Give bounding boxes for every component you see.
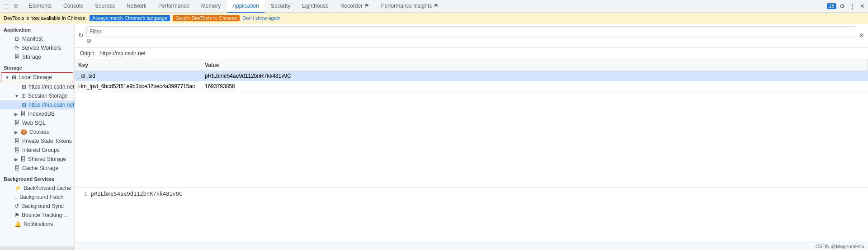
cookies-label: Cookies <box>29 129 49 135</box>
sidebar-item-interest-groups[interactable]: 🗄 Interest Groups <box>0 146 74 155</box>
sidebar-item-session-storage[interactable]: ▼ ⊞ Session Storage <box>0 91 74 100</box>
section-application-title: Application <box>0 24 74 34</box>
sidebar-item-ss-url[interactable]: ⊞ https://mp.csdn.net <box>0 100 74 109</box>
sidebar-item-storage[interactable]: 🗄 Storage <box>0 52 74 61</box>
sidebar-item-manifest[interactable]: 🗋 Manifest <box>0 34 74 43</box>
cookies-arrow: ▶ <box>14 130 18 135</box>
shared-storage-arrow: ▶ <box>14 157 18 162</box>
cancel-filter-icon[interactable]: ✕ <box>859 32 864 39</box>
section-storage-title: Storage <box>0 61 74 72</box>
sidebar-item-backforward[interactable]: ⚡ Back/forward cache <box>0 184 74 193</box>
cache-storage-label: Cache Storage <box>22 165 58 171</box>
table-row[interactable]: _bl_sid pRILbme54ae9d112bnR7kk481v9C <box>75 71 868 81</box>
websql-icon: 🗄 <box>14 120 20 126</box>
cookies-icon: 🍪 <box>20 129 27 135</box>
session-storage-arrow: ▼ <box>14 94 19 99</box>
content-panel: ↻ ⊘ ✕ Origin https://mp.csdn.net Key Val… <box>75 24 868 250</box>
notifications-label: Notifications <box>24 221 53 227</box>
indexeddb-icon: 🗄 <box>20 111 26 117</box>
shared-storage-icon: 🗄 <box>20 156 26 162</box>
status-bar: CSDN @MagnumHou <box>75 242 868 250</box>
notification-bar: DevTools is now available in Chinese. Al… <box>0 13 868 24</box>
sidebar-item-shared-storage[interactable]: ▶ 🗄 Shared Storage <box>0 155 74 164</box>
service-workers-icon: ⟳ <box>14 45 19 51</box>
websql-label: Web SQL <box>22 120 46 126</box>
preview-value: pRILbme54ae9d112bnR7kk481v9C <box>91 191 182 197</box>
sidebar-item-indexeddb[interactable]: ▶ 🗄 IndexedDB <box>0 109 74 118</box>
sidebar-scrollbar[interactable] <box>0 246 74 250</box>
table-row[interactable]: Hm_lpvt_6bcd52f51e9b3dce32bec4a3997715ac… <box>75 81 868 92</box>
line-number: 1 <box>78 191 87 197</box>
ls-url-icon: ⊞ <box>22 84 26 90</box>
filter-input[interactable] <box>86 26 856 37</box>
sidebar-item-cache-storage[interactable]: 🗄 Cache Storage <box>0 164 74 173</box>
tab-lighthouse[interactable]: Lighthouse <box>297 0 334 13</box>
col-header-key: Key <box>75 60 201 71</box>
notifications-icon: 🔔 <box>14 221 21 227</box>
tab-performance-insights[interactable]: Performance insights ⚑ <box>376 0 444 13</box>
tab-console[interactable]: Console <box>58 0 89 13</box>
inspect-icon[interactable]: ⬚ <box>2 2 10 10</box>
tab-sources[interactable]: Sources <box>90 0 120 13</box>
table-header: Key Value <box>75 60 868 71</box>
sidebar-item-private-state-tokens[interactable]: 🗄 Private State Tokens <box>0 137 74 146</box>
preview-panel: 1 pRILbme54ae9d112bnR7kk481v9C <box>75 188 868 242</box>
sidebar-item-ls-url[interactable]: ⊞ https://mp.csdn.net <box>0 82 74 91</box>
cache-storage-icon: 🗄 <box>14 165 20 171</box>
sidebar-item-websql[interactable]: 🗄 Web SQL <box>0 118 74 127</box>
sidebar-item-service-workers[interactable]: ⟳ Service Workers <box>0 43 74 52</box>
notif-dont-show[interactable]: Don't show again <box>242 15 280 21</box>
sidebar-item-notifications[interactable]: 🔔 Notifications <box>0 220 74 229</box>
private-state-tokens-icon: 🗄 <box>14 138 20 144</box>
tab-elements[interactable]: Elements <box>24 0 57 13</box>
bg-sync-icon: ↺ <box>14 203 19 209</box>
backforward-label: Back/forward cache <box>24 185 71 191</box>
local-storage-arrow: ▼ <box>5 75 9 80</box>
interest-groups-icon: 🗄 <box>14 147 20 153</box>
notif-text: DevTools is now available in Chinese. <box>4 15 87 21</box>
ss-url-label: https://mp.csdn.net <box>28 102 74 108</box>
cell-key-1: Hm_lpvt_6bcd52f51e9b3dce32bec4a3997715ac <box>75 81 201 91</box>
settings-icon[interactable]: ⚙ <box>838 2 846 10</box>
storage-icon: 🗄 <box>14 54 20 60</box>
top-bar-right: 28 ⚙ ⋮ ✕ <box>827 2 866 10</box>
session-storage-label: Session Storage <box>28 93 68 99</box>
bg-fetch-label: Background Fetch <box>19 194 63 200</box>
indexeddb-arrow: ▶ <box>14 112 18 117</box>
notif-btn-language[interactable]: Always match Chrome's language <box>90 15 170 21</box>
sidebar-item-bounce-tracking[interactable]: ⚑ Bounce Tracking Mitigatio... <box>0 211 74 220</box>
sidebar-item-local-storage[interactable]: ▼ ⊞ Local Storage <box>1 72 73 82</box>
notif-btn-switch[interactable]: Switch DevTools to Chinese <box>173 15 240 21</box>
device-icon[interactable]: ⧉ <box>12 2 20 10</box>
ss-url-icon: ⊞ <box>22 102 26 108</box>
tab-memory[interactable]: Memory <box>196 0 226 13</box>
origin-url: https://mp.csdn.net <box>99 50 145 57</box>
bounce-tracking-icon: ⚑ <box>14 212 19 218</box>
tab-performance[interactable]: Performance <box>153 0 195 13</box>
more-icon[interactable]: ⋮ <box>848 2 856 10</box>
tab-recorder[interactable]: Recorder ⚑ <box>335 0 375 13</box>
refresh-icon[interactable]: ↻ <box>78 32 84 39</box>
filter-bar: ↻ ⊘ ✕ <box>75 24 868 47</box>
bounce-tracking-label: Bounce Tracking Mitigatio... <box>22 212 71 218</box>
cell-value-0: pRILbme54ae9d112bnR7kk481v9C <box>201 71 868 81</box>
sidebar-item-cookies[interactable]: ▶ 🍪 Cookies <box>0 127 74 137</box>
ls-url-label: https://mp.csdn.net <box>28 84 74 90</box>
tab-application[interactable]: Application <box>227 0 264 13</box>
local-storage-label: Local Storage <box>19 74 52 80</box>
sidebar-item-bg-sync[interactable]: ↺ Background Sync <box>0 202 74 211</box>
main-area: Application 🗋 Manifest ⟳ Service Workers… <box>0 24 868 250</box>
status-text: CSDN @MagnumHou <box>816 244 864 249</box>
interest-groups-label: Interest Groups <box>22 147 60 153</box>
clear-filter-icon[interactable]: ⊘ <box>86 37 92 44</box>
section-bg-services-title: Background Services <box>0 173 74 184</box>
session-storage-icon: ⊞ <box>21 93 26 99</box>
tab-network[interactable]: Network <box>121 0 152 13</box>
sidebar-item-bg-fetch[interactable]: ↓ Background Fetch <box>0 193 74 202</box>
tab-security[interactable]: Security <box>265 0 296 13</box>
data-table: Key Value _bl_sid pRILbme54ae9d112bnR7kk… <box>75 60 868 188</box>
private-state-tokens-label: Private State Tokens <box>22 138 72 144</box>
close-icon[interactable]: ✕ <box>858 2 866 10</box>
cell-key-0: _bl_sid <box>75 71 201 81</box>
local-storage-icon: ⊞ <box>12 74 16 80</box>
